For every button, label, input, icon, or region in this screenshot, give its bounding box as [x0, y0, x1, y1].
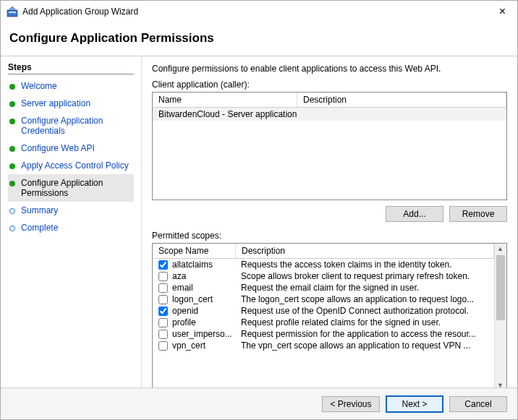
circle-icon: [9, 208, 15, 214]
client-application-list[interactable]: Name Description BitwardenCloud - Server…: [152, 92, 507, 200]
check-icon: [9, 84, 15, 90]
steps-heading: Steps: [8, 62, 134, 74]
scope-checkbox[interactable]: [158, 295, 168, 304]
next-button[interactable]: Next >: [386, 395, 443, 413]
sidebar-step-2[interactable]: Configure Application Credentials: [8, 112, 134, 140]
step-label: Welcome: [21, 81, 57, 91]
step-label: Configure Application Credentials: [21, 116, 132, 136]
scope-description: The logon_cert scope allows an applicati…: [241, 294, 488, 304]
scope-checkbox[interactable]: [158, 307, 168, 316]
sidebar-step-3[interactable]: Configure Web API: [8, 140, 134, 157]
step-label: Summary: [21, 205, 58, 215]
add-button[interactable]: Add...: [386, 206, 443, 222]
scope-name: allatclaims: [172, 260, 241, 270]
step-label: Apply Access Control Policy: [21, 160, 129, 171]
step-label: Configure Application Permissions: [21, 178, 132, 198]
client-desc: [303, 109, 501, 119]
page-title: Configure Application Permissions: [1, 22, 517, 56]
scope-row[interactable]: emailRequest the email claim for the sig…: [153, 282, 494, 293]
check-icon: [9, 181, 15, 187]
scope-name: aza: [172, 271, 241, 281]
scope-row[interactable]: azaScope allows broker client to request…: [153, 270, 494, 282]
close-icon[interactable]: ×: [493, 5, 511, 18]
sidebar-step-0[interactable]: Welcome: [8, 77, 134, 95]
sidebar-step-7[interactable]: Complete: [8, 219, 134, 236]
svg-rect-1: [9, 12, 16, 13]
scope-checkbox[interactable]: [158, 330, 168, 339]
check-icon: [9, 119, 15, 124]
sidebar-step-6[interactable]: Summary: [8, 202, 134, 219]
scope-name: profile: [172, 317, 241, 327]
scope-name: vpn_cert: [172, 340, 241, 351]
client-app-label: Client application (caller):: [152, 80, 507, 90]
steps-sidebar: Steps WelcomeServer applicationConfigure…: [1, 56, 142, 419]
scope-description: Request permission for the application t…: [241, 329, 488, 339]
wizard-footer: < Previous Next > Cancel: [1, 387, 517, 419]
sidebar-step-5[interactable]: Configure Application Permissions: [8, 174, 134, 202]
client-list-header: Name Description: [153, 93, 506, 108]
scope-row[interactable]: logon_certThe logon_cert scope allows an…: [153, 293, 494, 305]
scope-description: Request use of the OpenID Connect author…: [241, 306, 488, 316]
app-icon: [7, 6, 18, 17]
scope-name: logon_cert: [172, 294, 241, 304]
scope-name: email: [172, 283, 241, 293]
sidebar-step-4[interactable]: Apply Access Control Policy: [8, 157, 134, 174]
scopes-header: Scope Name Description: [153, 244, 494, 259]
check-icon: [9, 163, 15, 169]
col-scope-description[interactable]: Description: [236, 244, 494, 258]
scope-checkbox[interactable]: [158, 260, 168, 270]
scope-checkbox[interactable]: [158, 272, 168, 281]
permitted-scopes-list[interactable]: Scope Name Description allatclaimsReques…: [152, 243, 507, 391]
col-description[interactable]: Description: [297, 93, 506, 107]
titlebar: Add Application Group Wizard ×: [1, 1, 517, 22]
previous-button[interactable]: < Previous: [322, 396, 380, 412]
scope-row[interactable]: openidRequest use of the OpenID Connect …: [153, 305, 494, 317]
scope-description: Requests the access token claims in the …: [241, 260, 488, 270]
scope-name: user_imperso...: [172, 329, 241, 339]
client-row[interactable]: BitwardenCloud - Server application: [153, 108, 506, 121]
client-name: BitwardenCloud - Server application: [158, 109, 303, 119]
scope-checkbox[interactable]: [158, 283, 168, 293]
step-label: Complete: [21, 223, 58, 233]
scope-description: Scope allows broker client to request pr…: [241, 271, 488, 281]
scope-description: Request the email claim for the signed i…: [241, 283, 488, 293]
window-title: Add Application Group Wizard: [22, 7, 493, 17]
scope-description: Request profile related claims for the s…: [241, 317, 488, 327]
scope-checkbox[interactable]: [158, 318, 168, 327]
sidebar-step-1[interactable]: Server application: [8, 95, 134, 112]
permitted-scopes-label: Permitted scopes:: [152, 231, 507, 241]
scope-row[interactable]: user_imperso...Request permission for th…: [153, 328, 494, 340]
cancel-button[interactable]: Cancel: [449, 396, 507, 412]
check-icon: [9, 101, 15, 107]
check-icon: [9, 146, 15, 152]
scope-row[interactable]: vpn_certThe vpn_cert scope allows an app…: [153, 340, 494, 351]
circle-icon: [9, 226, 15, 231]
col-scope-name[interactable]: Scope Name: [153, 244, 236, 258]
scope-row[interactable]: allatclaimsRequests the access token cla…: [153, 259, 494, 270]
scope-row[interactable]: profileRequest profile related claims fo…: [153, 317, 494, 328]
intro-text: Configure permissions to enable client a…: [152, 64, 507, 74]
scopes-scrollbar[interactable]: [494, 244, 506, 390]
col-name[interactable]: Name: [153, 93, 297, 107]
step-label: Configure Web API: [21, 143, 95, 153]
svg-rect-0: [7, 10, 17, 17]
content-panel: Configure permissions to enable client a…: [142, 56, 517, 419]
scope-description: The vpn_cert scope allows an application…: [241, 340, 488, 351]
scope-checkbox[interactable]: [158, 341, 168, 351]
scope-name: openid: [172, 306, 241, 316]
step-label: Server application: [21, 98, 90, 108]
remove-button[interactable]: Remove: [449, 206, 507, 222]
